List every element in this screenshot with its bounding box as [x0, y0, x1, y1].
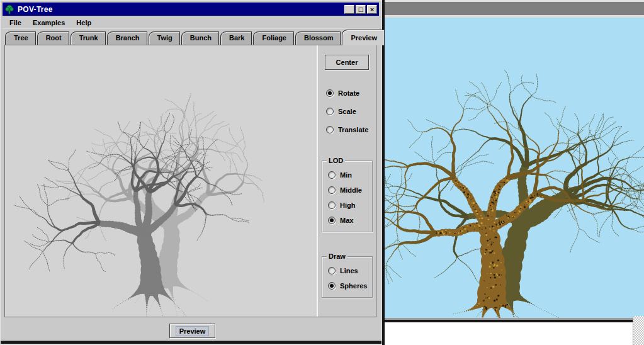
radio-icon	[326, 126, 334, 133]
radio-label: Scale	[338, 108, 356, 115]
radio-middle[interactable]: Middle	[328, 186, 372, 194]
tab-foliage[interactable]: Foliage	[253, 31, 294, 45]
radio-translate[interactable]: Translate	[326, 126, 368, 133]
lod-group: LOD MinMiddleHighMax	[322, 161, 373, 232]
preview-tab-content: Center RotateScaleTranslate LOD MinMiddl…	[4, 45, 376, 317]
radio-label: Rotate	[338, 89, 359, 97]
menubar: FileExamplesHelp	[3, 16, 379, 29]
tab-root[interactable]: Root	[37, 31, 69, 45]
radio-max[interactable]: Max	[328, 217, 372, 224]
radio-rotate[interactable]: Rotate	[326, 89, 368, 97]
maximize-button[interactable]: □	[356, 5, 366, 14]
titlebar[interactable]: POV-Tree _ □ ×	[3, 3, 379, 16]
povtree-window: POV-Tree _ □ × FileExamplesHelp TreeRoot…	[0, 0, 382, 345]
radio-min[interactable]: Min	[328, 171, 372, 179]
lod-group-title: LOD	[327, 157, 345, 164]
minimize-button[interactable]: _	[344, 5, 354, 14]
radio-icon	[326, 89, 334, 97]
preview-button-label: Preview	[176, 327, 209, 336]
radio-icon	[328, 186, 336, 194]
window-title: POV-Tree	[18, 5, 53, 14]
radio-label: Lines	[340, 267, 358, 274]
radio-scale[interactable]: Scale	[326, 108, 368, 115]
preview-canvas[interactable]	[5, 45, 317, 317]
radio-icon	[328, 217, 336, 224]
rendered-tree-image	[385, 18, 644, 318]
draw-radio-group: LinesSpheres	[322, 257, 372, 297]
screen: POV-Tree _ □ × FileExamplesHelp TreeRoot…	[0, 0, 644, 345]
window-bottom-edge	[1, 340, 381, 344]
scrollbar-track[interactable]	[633, 316, 644, 345]
window-controls: _ □ ×	[344, 5, 377, 14]
radio-label: Max	[340, 217, 353, 224]
radio-icon	[326, 108, 334, 115]
tab-tree[interactable]: Tree	[5, 31, 36, 45]
radio-lines[interactable]: Lines	[328, 267, 372, 274]
radio-icon	[328, 282, 336, 290]
radio-high[interactable]: High	[328, 201, 372, 209]
menu-file[interactable]: File	[4, 17, 27, 28]
tab-bunch[interactable]: Bunch	[181, 31, 219, 45]
radio-label: Min	[340, 171, 352, 179]
render-window-top-bar	[385, 2, 644, 16]
radio-icon	[328, 171, 336, 179]
radio-label: Middle	[340, 186, 362, 194]
tab-bark[interactable]: Bark	[220, 31, 252, 45]
preview-button[interactable]: Preview	[169, 324, 215, 338]
radio-label: High	[340, 201, 355, 209]
radio-label: Spheres	[340, 282, 367, 290]
tab-twig[interactable]: Twig	[149, 31, 180, 45]
radio-spheres[interactable]: Spheres	[328, 282, 372, 290]
tab-bar: TreeRootTrunkBranchTwigBunchBarkFoliageB…	[3, 29, 379, 45]
preview-controls-panel: Center RotateScaleTranslate LOD MinMiddl…	[317, 45, 376, 317]
render-window	[382, 0, 644, 345]
tab-trunk[interactable]: Trunk	[71, 31, 106, 45]
close-button[interactable]: ×	[367, 5, 377, 14]
tab-preview[interactable]: Preview	[342, 30, 385, 45]
radio-icon	[328, 201, 336, 209]
transform-radio-group: RotateScaleTranslate	[326, 89, 368, 133]
menu-help[interactable]: Help	[71, 17, 97, 28]
menu-examples[interactable]: Examples	[27, 17, 71, 28]
tab-blossom[interactable]: Blossom	[295, 31, 341, 45]
draw-group-title: Draw	[327, 252, 347, 260]
tab-branch[interactable]: Branch	[107, 31, 147, 45]
radio-icon	[328, 267, 336, 274]
draw-group: Draw LinesSpheres	[322, 256, 373, 298]
lod-radio-group: MinMiddleHighMax	[322, 161, 372, 232]
bottom-bar: Preview	[3, 318, 379, 340]
app-tree-icon	[4, 4, 14, 14]
center-button[interactable]: Center	[325, 55, 369, 70]
radio-label: Translate	[338, 126, 368, 133]
render-window-bottom-area	[385, 322, 644, 345]
